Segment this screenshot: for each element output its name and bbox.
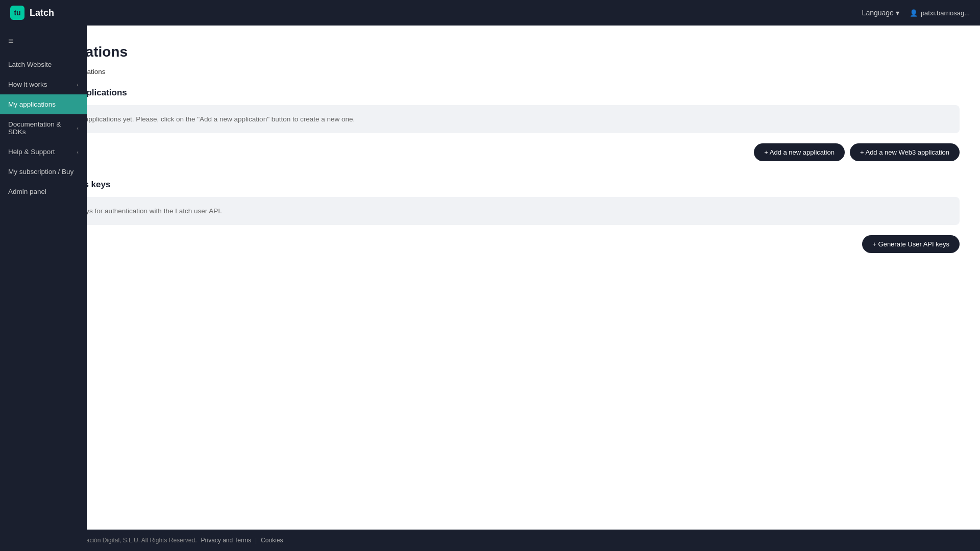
footer: 2024 © Telefónica Innovación Digital, S.… (0, 530, 980, 551)
sidebar-item-label: How it works (8, 81, 47, 88)
generate-api-keys-label: + Generate User API keys (872, 240, 949, 248)
api-section-heading: User API Access keys (20, 180, 960, 190)
footer-cookies-link[interactable]: Cookies (261, 537, 283, 544)
main-layout: ≡ Latch Website How it works ‹ My applic… (0, 26, 980, 530)
sidebar-item-label: Help & Support (8, 148, 55, 156)
api-btn-row: + Generate User API keys (20, 235, 960, 253)
add-application-label: + Add a new application (764, 148, 835, 156)
add-web3-application-button[interactable]: + Add a new Web3 application (850, 143, 960, 161)
sidebar-item-admin-panel[interactable]: Admin panel (0, 182, 87, 202)
chevron-down-icon: ▾ (896, 9, 899, 17)
topbar-right: Language ▾ 👤 patxi.barriosag... (862, 9, 970, 17)
logo-text: Latch (30, 8, 54, 18)
user-info: 👤 patxi.barriosag... (910, 9, 970, 17)
sidebar-item-help-support[interactable]: Help & Support ‹ (0, 142, 87, 162)
main-content: My applications 🏠 Home › My applications… (0, 26, 980, 530)
api-empty-box: Create access keys for authentication wi… (20, 197, 960, 225)
sidebar-item-label: My applications (8, 101, 56, 108)
hamburger-icon[interactable]: ≡ (0, 31, 87, 52)
add-web3-label: + Add a new Web3 application (860, 148, 949, 156)
sidebar-item-subscription[interactable]: My subscription / Buy (0, 162, 87, 182)
generate-api-keys-button[interactable]: + Generate User API keys (862, 235, 960, 253)
language-button[interactable]: Language ▾ (862, 9, 899, 17)
applications-section-heading: Manage your applications (20, 88, 960, 98)
breadcrumb: 🏠 Home › My applications (20, 67, 960, 76)
sidebar-item-label: Admin panel (8, 188, 46, 195)
applications-btn-row: + Add a new application + Add a new Web3… (20, 143, 960, 161)
chevron-icon: ‹ (77, 82, 79, 88)
sidebar: ≡ Latch Website How it works ‹ My applic… (0, 26, 87, 551)
chevron-icon: ‹ (77, 149, 79, 155)
sidebar-item-label: Documentation & SDKs (8, 120, 77, 136)
topbar-left: tu Latch (10, 6, 54, 20)
footer-privacy-link[interactable]: Privacy and Terms (201, 537, 251, 544)
sidebar-item-documentation[interactable]: Documentation & SDKs ‹ (0, 114, 87, 142)
footer-separator: | (255, 537, 257, 544)
logo-icon: tu (10, 6, 24, 20)
chevron-icon: ‹ (77, 125, 79, 131)
sidebar-item-latch-website[interactable]: Latch Website (0, 55, 87, 74)
sidebar-item-label: My subscription / Buy (8, 168, 74, 176)
applications-empty-box: There aren't any applications yet. Pleas… (20, 105, 960, 133)
sidebar-item-label: Latch Website (8, 61, 52, 68)
user-icon: 👤 (910, 9, 918, 17)
user-name: patxi.barriosag... (921, 9, 970, 17)
page-title: My applications (20, 44, 960, 60)
language-label: Language (862, 9, 894, 17)
topbar: tu Latch Language ▾ 👤 patxi.barriosag... (0, 0, 980, 26)
add-application-button[interactable]: + Add a new application (754, 143, 845, 161)
sidebar-item-how-it-works[interactable]: How it works ‹ (0, 74, 87, 94)
sidebar-item-my-applications[interactable]: My applications (0, 94, 87, 114)
